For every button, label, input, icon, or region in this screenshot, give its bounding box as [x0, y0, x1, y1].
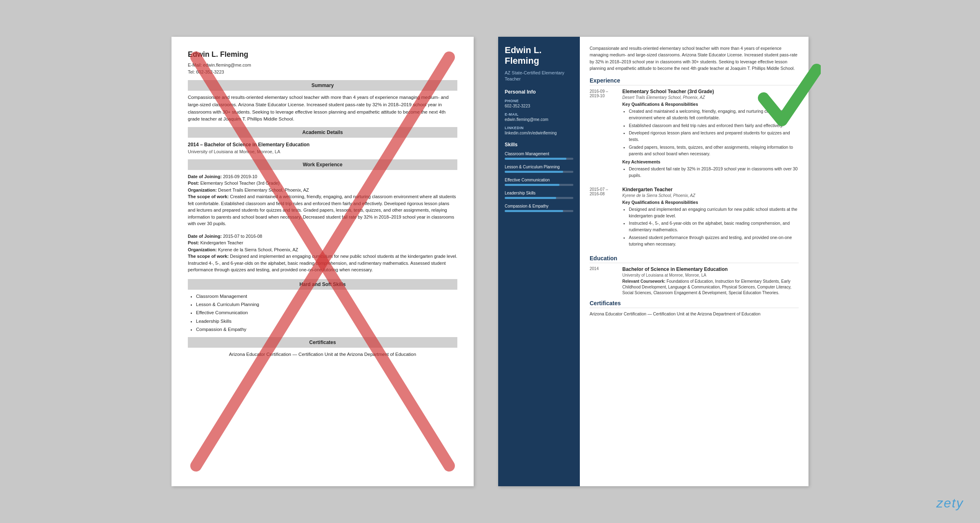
exp-title-2: Kindergarten Teacher: [622, 187, 799, 192]
edu-details-1: Bachelor of Science in Elementary Educat…: [622, 266, 799, 296]
exp-bullet-2-1: Designed and implemented an engaging cur…: [629, 206, 799, 219]
right-cert-text: Arizona Educator Certification — Certifi…: [590, 311, 799, 316]
skill-name-3: Effective Communication: [505, 178, 573, 182]
org-value-1: Desert Trails Elementary School, Phoenix…: [218, 188, 309, 192]
linkedin-value: linkedin.com/in/edwinfleming: [505, 131, 573, 135]
sidebar-linkedin: LinkedIn linkedin.com/in/edwinfleming: [505, 126, 573, 135]
scope-2: The scope of work: Designed and implemen…: [188, 253, 457, 273]
summary-header: Summary: [188, 80, 457, 91]
exp-qualif-header-1: Key Qualifications & Responsibilities: [622, 102, 799, 107]
right-main-content: Compassionate and results-oriented eleme…: [580, 37, 808, 486]
skill-bar-bg-5: [505, 210, 573, 212]
skill-bar-fill-4: [505, 197, 556, 199]
email-label: E-Mail:: [188, 63, 202, 67]
education-section-title: Education: [590, 255, 799, 263]
zety-logo: zety: [936, 496, 964, 511]
sidebar-name: Edwin L. Fleming: [505, 45, 573, 67]
org-value-2: Kyrene de la Sierra School, Phoenix, AZ: [218, 247, 298, 252]
skill-item-2: Lesson & Curriculum Planning: [196, 301, 457, 308]
skill-item-1: Classroom Management: [196, 293, 457, 300]
skill-item-5: Compassion & Empathy: [196, 326, 457, 333]
date-value-2: 2015-07 to 2016-08: [223, 234, 262, 239]
scope-1: The scope of work: Created and maintaine…: [188, 193, 457, 227]
exp-achieve-bullets-1: Decreased student fail rate by 32% in 20…: [629, 166, 799, 179]
exp-bullet-1-3: Developed rigorous lesson plans and lect…: [629, 130, 799, 143]
org-label-2: Organization:: [188, 247, 217, 252]
left-resume-contact: E-Mail: edwin.fleming@me.com Tel: 602-35…: [188, 62, 457, 75]
right-resume: Edwin L. Fleming AZ State-Certified Elem…: [498, 37, 808, 486]
exp-date-2: 2015-07 –2016-08: [590, 187, 622, 249]
work-entry-1: Date of Joining: 2016-09 2019-10 Post: E…: [188, 173, 457, 227]
exp-org-1: Desert Trails Elementary School, Phoenix…: [622, 95, 799, 100]
org-line-2: Organization: Kyrene de la Sierra School…: [188, 246, 457, 253]
cert-header: Certificates: [188, 337, 457, 348]
date-line-1: Date of Joining: 2016-09 2019-10: [188, 173, 457, 180]
school-text: University of Louisiana at Monroe, Monro…: [188, 148, 457, 155]
skill-bar-fill-3: [505, 184, 559, 186]
skill-bar-fill-2: [505, 171, 563, 173]
left-resume: Edwin L. Fleming E-Mail: edwin.fleming@m…: [172, 37, 474, 486]
exp-entry-1: 2016-09 –2019-10 Elementary School Teach…: [590, 89, 799, 180]
education-entry: 2014 – Bachelor of Science in Elementary…: [188, 141, 457, 155]
sidebar-phone: Phone 602-352-3223: [505, 99, 573, 108]
date-line-2: Date of Joining: 2015-07 to 2016-08: [188, 233, 457, 240]
academic-header: Academic Details: [188, 127, 457, 138]
degree-text: 2014 – Bachelor of Science in Elementary…: [188, 141, 457, 148]
post-value-1: Elementary School Teacher (3rd Grade): [200, 181, 280, 186]
skill-name-1: Classroom Management: [505, 152, 573, 156]
cert-text: Arizona Educator Certification — Certifi…: [188, 351, 457, 358]
sidebar-email: E-mail edwin.fleming@me.com: [505, 112, 573, 122]
exp-achieve-1-1: Decreased student fail rate by 32% in 20…: [629, 166, 799, 179]
skill-item-3: Effective Communication: [196, 309, 457, 316]
work-entry-2: Date of Joining: 2015-07 to 2016-08 Post…: [188, 233, 457, 273]
cert-section-title: Certificates: [590, 300, 799, 308]
exp-bullets-1: Created and maintained a welcoming, frie…: [629, 108, 799, 157]
edu-entry-1: 2014 Bachelor of Science in Elementary E…: [590, 266, 799, 296]
post-line-2: Post: Kindergarten Teacher: [188, 239, 457, 246]
skills-header: Hard and Soft Skills: [188, 279, 457, 290]
post-label-2: Post:: [188, 240, 199, 245]
tel-label: Tel:: [188, 69, 195, 74]
email-label-sidebar: E-mail: [505, 112, 573, 116]
exp-entry-2: 2015-07 –2016-08 Kindergarten Teacher Ky…: [590, 187, 799, 249]
edu-degree-1: Bachelor of Science in Elementary Educat…: [622, 266, 799, 272]
skill-bar-fill-1: [505, 158, 566, 160]
coursework-label: Relevant Coursework:: [622, 279, 666, 284]
skill-name-5: Compassion & Empathy: [505, 204, 573, 208]
skill-bar-bg-4: [505, 197, 573, 199]
sidebar-title: AZ State-Certified Elementary Teacher: [505, 70, 573, 83]
edu-degree: Bachelor of Science in Elementary Educat…: [204, 142, 310, 148]
experience-section-title: Experience: [590, 77, 799, 85]
exp-bullet-2-2: Instructed 4-, 5-, and 6-year-olds on th…: [629, 220, 799, 233]
phone-value: 602-352-3223: [505, 104, 573, 108]
summary-text: Compassionate and results-oriented eleme…: [188, 94, 457, 123]
exp-date-1: 2016-09 –2019-10: [590, 89, 622, 180]
exp-details-2: Kindergarten Teacher Kyrene de la Sierra…: [622, 187, 799, 249]
skill-2: Lesson & Curriculum Planning: [505, 165, 573, 173]
skill-name-2: Lesson & Curriculum Planning: [505, 165, 573, 169]
skill-bar-bg-2: [505, 171, 573, 173]
exp-bullet-2-3: Assessed student performance through qui…: [629, 235, 799, 248]
linkedin-label: LinkedIn: [505, 126, 573, 130]
right-summary: Compassionate and results-oriented eleme…: [590, 45, 799, 72]
skill-3: Effective Communication: [505, 178, 573, 186]
exp-org-2: Kyrene de la Sierra School, Phoenix, AZ: [622, 193, 799, 198]
exp-qualif-header-2: Key Qualifications & Responsibilities: [622, 200, 799, 205]
date-label-1: Date of Joining:: [188, 174, 222, 179]
post-line-1: Post: Elementary School Teacher (3rd Gra…: [188, 180, 457, 187]
skill-bar-bg-1: [505, 158, 573, 160]
skill-5: Compassion & Empathy: [505, 204, 573, 212]
right-sidebar: Edwin L. Fleming AZ State-Certified Elem…: [498, 37, 580, 486]
scope-label-2: The scope of work:: [188, 254, 229, 259]
scope-label-1: The scope of work:: [188, 194, 229, 199]
exp-bullets-2: Designed and implemented an engaging cur…: [629, 206, 799, 248]
org-line-1: Organization: Desert Trails Elementary S…: [188, 187, 457, 194]
work-header: Work Experience: [188, 159, 457, 170]
skill-bar-fill-5: [505, 210, 563, 212]
exp-achieve-header-1: Key Achievements: [622, 159, 799, 164]
post-value-2: Kindergarten Teacher: [200, 240, 243, 245]
exp-bullet-1-2: Established classroom and field trip rul…: [629, 123, 799, 129]
exp-details-1: Elementary School Teacher (3rd Grade) De…: [622, 89, 799, 180]
post-label-1: Post:: [188, 181, 199, 186]
skill-4: Leadership Skills: [505, 191, 573, 199]
